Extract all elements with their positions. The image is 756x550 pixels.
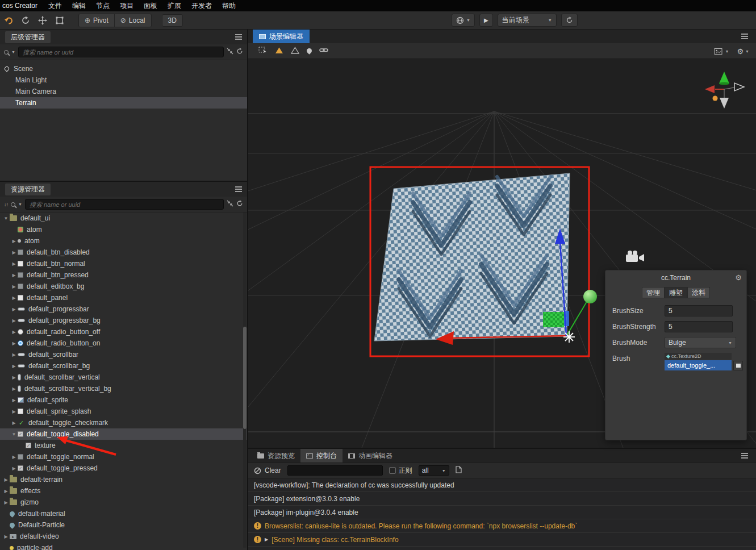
asset-item[interactable]: ▶default_btn_normal bbox=[0, 258, 247, 269]
menu-item[interactable]: 开发者 bbox=[186, 0, 217, 11]
play-button[interactable]: ▶ bbox=[479, 14, 493, 27]
chevron-down-icon[interactable]: ▼ bbox=[11, 50, 15, 54]
material-droplet-icon[interactable] bbox=[306, 47, 313, 55]
clear-button[interactable]: Clear bbox=[254, 466, 281, 474]
brush-asset-picker-button[interactable] bbox=[733, 361, 743, 370]
asset-item[interactable]: Default-Particle bbox=[0, 519, 247, 531]
asset-item[interactable]: ▶default_sprite_splash bbox=[0, 406, 247, 417]
console-log-row[interactable]: [Package] im-plugin@3.0.4 enable bbox=[248, 506, 756, 519]
panel-menu-icon[interactable] bbox=[235, 189, 242, 190]
gizmo-wire-icon[interactable] bbox=[291, 47, 299, 56]
expand-arrow[interactable]: ▶ bbox=[10, 284, 18, 289]
asset-item[interactable]: ▶default_btn_pressed bbox=[0, 269, 247, 281]
asset-item[interactable]: ▼default_ui bbox=[0, 213, 247, 224]
brush-asset-box[interactable]: cc.Texture2D default_toggle_... bbox=[665, 353, 732, 370]
expand-arrow[interactable]: ▶ bbox=[10, 261, 18, 266]
undo-icon[interactable] bbox=[2, 14, 15, 27]
console-log-row[interactable]: !Browserslist: caniuse-lite is outdated.… bbox=[248, 519, 756, 533]
brush-mode-select[interactable]: Bulge ▼ bbox=[665, 337, 736, 348]
expand-arrow[interactable]: ▶ bbox=[10, 420, 18, 426]
asset-item[interactable]: ▶default_scrollbar_vertical_bg bbox=[0, 383, 247, 394]
scene-viewport[interactable]: cc.Terrain ⚙ 管理雕塑涂料 BrushSize BrushStren… bbox=[248, 59, 756, 448]
expand-arrow[interactable]: ▶ bbox=[10, 307, 18, 312]
expand-arrow[interactable]: ▶ bbox=[10, 318, 18, 323]
rect-tool-icon[interactable] bbox=[53, 14, 66, 27]
expand-arrow[interactable]: ▶ bbox=[10, 386, 18, 391]
asset-item[interactable]: atom bbox=[0, 224, 247, 235]
asset-item[interactable]: ▶default_toggle_normal bbox=[0, 451, 247, 463]
hierarchy-node[interactable]: Main Light bbox=[0, 74, 247, 86]
brush-size-input[interactable] bbox=[665, 305, 733, 316]
expand-arrow[interactable]: ▶ bbox=[10, 466, 18, 471]
asset-item[interactable]: ▶default_editbox_bg bbox=[0, 281, 247, 292]
expand-arrow[interactable]: ▶ bbox=[10, 364, 18, 369]
expand-arrow[interactable]: ▶ bbox=[10, 295, 18, 301]
collapse-all-icon[interactable] bbox=[227, 48, 233, 56]
3d-mode-button[interactable]: 3D bbox=[162, 14, 183, 27]
menu-item[interactable]: 帮助 bbox=[217, 0, 241, 11]
chevron-down-icon[interactable]: ▼ bbox=[18, 202, 22, 206]
asset-item[interactable]: default-material bbox=[0, 508, 247, 519]
collapse-all-icon[interactable] bbox=[227, 200, 233, 209]
link-icon[interactable] bbox=[319, 47, 328, 55]
brush-asset-value[interactable]: default_toggle_... bbox=[665, 360, 732, 370]
hierarchy-search-input[interactable] bbox=[18, 47, 224, 57]
asset-item[interactable]: ▶▸default-video bbox=[0, 531, 247, 542]
asset-item[interactable]: ✓texture bbox=[0, 440, 247, 451]
scene-select[interactable]: 当前场景 ▼ bbox=[498, 14, 557, 27]
log-file-icon[interactable] bbox=[456, 466, 462, 475]
console-log-row[interactable]: [Package] extension@3.0.3 enable bbox=[248, 492, 756, 506]
console-filter-input[interactable] bbox=[287, 465, 383, 476]
asset-item[interactable]: ▶✓default_toggle_checkmark bbox=[0, 417, 247, 428]
expand-arrow[interactable]: ▶ bbox=[10, 330, 18, 335]
asset-item[interactable]: ▶gizmo bbox=[0, 497, 247, 508]
asset-item[interactable]: ▶default_panel bbox=[0, 292, 247, 303]
local-button[interactable]: ⊘ Local bbox=[115, 14, 151, 27]
terrain-tab[interactable]: 雕塑 bbox=[665, 287, 687, 298]
move-tool-icon[interactable] bbox=[36, 14, 49, 27]
asset-item[interactable]: ▶default_sprite bbox=[0, 394, 247, 406]
menu-item[interactable]: 项目 bbox=[115, 0, 139, 11]
regex-toggle[interactable]: 正则 bbox=[389, 466, 412, 476]
asset-item[interactable]: ▶default_progressbar bbox=[0, 303, 247, 315]
pivot-button[interactable]: ⊕ Pivot bbox=[79, 14, 115, 27]
refresh-icon[interactable] bbox=[19, 14, 32, 27]
console-tab-animation[interactable]: 动画编辑器 bbox=[343, 449, 398, 463]
asset-item[interactable]: ▶default-terrain bbox=[0, 474, 247, 485]
expand-arrow[interactable]: ▶ bbox=[10, 409, 18, 414]
console-tab-console[interactable]: 控制台 bbox=[300, 449, 343, 463]
expand-arrow[interactable]: ▶ bbox=[2, 534, 10, 539]
console-log-row[interactable]: [vscode-workflow]: The declaration of cc… bbox=[248, 478, 756, 492]
expand-arrow[interactable]: ▶ bbox=[10, 398, 18, 403]
expand-arrow[interactable]: ▶ bbox=[10, 375, 18, 380]
asset-item[interactable]: ▶default_radio_button_off bbox=[0, 326, 247, 338]
asset-item[interactable]: ▶default_progressbar_bg bbox=[0, 315, 247, 326]
snapshot-button[interactable]: ▼ bbox=[714, 48, 729, 55]
menu-item[interactable]: 面板 bbox=[139, 0, 162, 11]
gear-icon[interactable]: ⚙ bbox=[735, 273, 742, 282]
expand-caret[interactable]: ▶ bbox=[265, 537, 268, 542]
menu-item[interactable]: 编辑 bbox=[67, 0, 91, 11]
console-log-row[interactable]: !▶[Scene] Missing class: cc.TerrainBlock… bbox=[248, 533, 756, 547]
asset-item[interactable]: ▶atom bbox=[0, 235, 247, 247]
panel-menu-icon[interactable] bbox=[741, 36, 748, 37]
expand-arrow[interactable]: ▶ bbox=[10, 239, 18, 244]
asset-item[interactable]: ▶default_scrollbar_vertical bbox=[0, 372, 247, 383]
asset-item[interactable]: ▶✓default_toggle_pressed bbox=[0, 463, 247, 474]
menu-item[interactable]: 文件 bbox=[43, 0, 67, 11]
menu-item[interactable]: 扩展 bbox=[162, 0, 186, 11]
scene-settings-button[interactable]: ⚙ ▼ bbox=[737, 47, 749, 56]
expand-arrow[interactable]: ▶ bbox=[2, 489, 10, 494]
expand-arrow[interactable]: ▶ bbox=[10, 341, 18, 346]
gizmo-solid-icon[interactable] bbox=[275, 47, 283, 56]
sort-icon[interactable]: ↓↑ bbox=[4, 202, 8, 207]
hierarchy-node[interactable]: Scene bbox=[0, 63, 247, 74]
regex-checkbox[interactable] bbox=[389, 467, 396, 474]
expand-arrow[interactable]: ▶ bbox=[2, 500, 10, 505]
expand-arrow[interactable]: ▼ bbox=[10, 432, 18, 437]
terrain-tab[interactable]: 涂料 bbox=[687, 287, 710, 298]
terrain-mesh[interactable] bbox=[374, 173, 570, 341]
asset-item[interactable]: ▼✓default_toggle_disabled bbox=[0, 428, 247, 440]
nav-axis-gizmo[interactable] bbox=[705, 72, 744, 109]
asset-item[interactable]: ▶default_scrollbar_bg bbox=[0, 360, 247, 372]
